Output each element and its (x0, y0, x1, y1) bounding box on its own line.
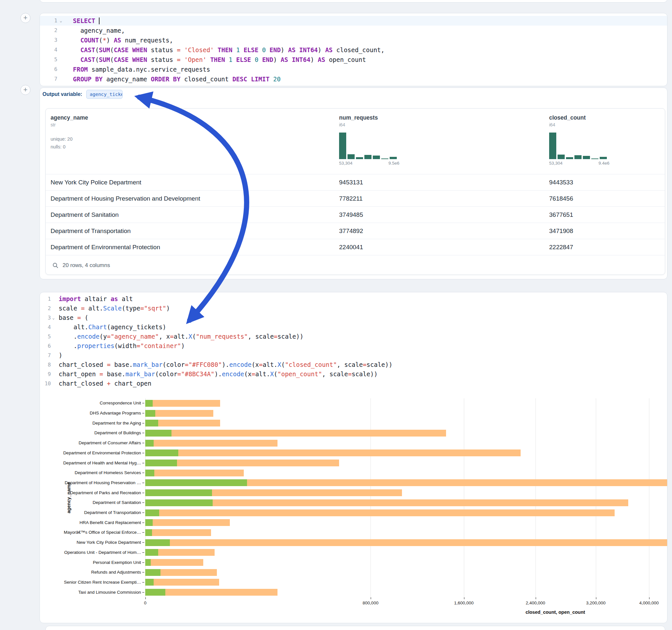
code-line[interactable]: 9chart_open = base.mark_bar(color="#8BC3… (40, 369, 667, 379)
column-name: num_requests (339, 114, 544, 121)
y-tick-mark (142, 512, 144, 513)
table-row[interactable]: Department of Sanitation37494853677651 (46, 207, 665, 223)
chevron-down-icon: ⌄ (51, 313, 56, 322)
bar-open-count (145, 489, 212, 496)
column-type: i64 (549, 122, 665, 127)
y-tick-mark (142, 523, 144, 523)
code-line[interactable]: 1import altair as alt (40, 294, 667, 304)
column-histogram (339, 132, 399, 159)
bar-closed-count (145, 529, 211, 536)
code-line[interactable]: 1⌄SELECT (40, 16, 667, 26)
code-line[interactable]: 10chart_closed + chart_open (40, 379, 667, 388)
bar-open-count (145, 519, 153, 526)
bar-open-count (145, 420, 158, 427)
code-text: SELECT (65, 16, 99, 26)
column-type: i64 (339, 122, 544, 127)
x-tick-label: 0 (123, 601, 168, 605)
bar-open-count (145, 549, 158, 556)
bar-closed-count (145, 559, 203, 566)
code-text: FROM sample_data.nyc.service_requests (65, 65, 210, 74)
code-text: COUNT(*) AS num_requests, (65, 35, 173, 45)
y-tick-mark (142, 453, 144, 453)
bar-open-count (145, 569, 161, 576)
column-header[interactable]: num_requestsi6453,3049.5e6 (334, 108, 544, 174)
code-text: alt.Chart(agency_tickets) (56, 322, 166, 332)
y-tick-mark (142, 502, 144, 503)
code-line[interactable]: 7) (40, 350, 667, 360)
y-axis-label: Correspondence Unit (40, 401, 141, 406)
code-line[interactable]: 8chart_closed = base.mark_bar(color="#FF… (40, 360, 667, 369)
x-tick-mark (535, 597, 536, 599)
fold-spacer (51, 332, 56, 341)
y-axis-label: Mayorâ€™s Office of Special Enforce… (40, 530, 141, 535)
sql-code-editor[interactable]: 1⌄SELECT 2 agency_name,3 COUNT(*) AS num… (40, 16, 667, 84)
code-text: CAST(SUM(CASE WHEN status = 'Closed' THE… (65, 45, 384, 55)
line-number: 10 (40, 379, 51, 388)
column-header[interactable]: closed_counti6453,3049.4e6 (544, 108, 665, 174)
python-code-editor[interactable]: 1import altair as alt2scale = alt.Scale(… (40, 294, 667, 388)
fold-spacer (51, 369, 56, 379)
bar-open-count (145, 430, 171, 437)
code-line[interactable]: 6FROM sample_data.nyc.service_requests (40, 65, 667, 74)
y-tick-mark (142, 552, 144, 553)
y-axis-label: Department of Parks and Recreation (40, 490, 141, 495)
y-tick-mark (142, 463, 144, 463)
line-number: 4 (40, 322, 51, 332)
code-line[interactable]: 3 COUNT(*) AS num_requests, (40, 35, 667, 45)
code-line[interactable]: 5 .encode(y="agency_name", x=alt.X("num_… (40, 332, 667, 341)
gridline (535, 398, 536, 597)
y-axis-label: Department of Health and Mental Hyg… (40, 461, 141, 466)
bar-open-count (145, 410, 155, 417)
histogram-range: 53,3049.4e6 (549, 161, 609, 166)
code-line[interactable]: 7GROUP BY agency_name ORDER BY closed_co… (40, 74, 667, 84)
gridline (596, 398, 596, 597)
line-number: 8 (40, 360, 51, 369)
add-cell-button[interactable]: + (20, 85, 30, 95)
line-number: 3 (40, 35, 57, 45)
code-line[interactable]: 2 agency_name, (40, 26, 667, 35)
search-icon[interactable] (52, 262, 59, 269)
code-line[interactable]: 4 alt.Chart(agency_tickets) (40, 322, 667, 332)
add-cell-button[interactable]: + (20, 13, 30, 23)
fold-spacer (51, 360, 56, 369)
code-text: scale = alt.Scale(type="sqrt") (56, 304, 170, 313)
code-line[interactable]: 3⌄base = ( (40, 313, 667, 322)
x-tick-mark (596, 597, 597, 599)
code-line[interactable]: 5 CAST(SUM(CASE WHEN status = 'Open' THE… (40, 55, 667, 65)
table-row[interactable]: Department of Transportation377489234719… (46, 223, 665, 239)
bar-closed-count (145, 500, 628, 506)
column-name: closed_count (549, 114, 665, 121)
code-line[interactable]: 2scale = alt.Scale(type="sqrt") (40, 304, 667, 313)
python-cell: 1import altair as alt2scale = alt.Scale(… (40, 292, 668, 623)
y-axis-label: Refunds and Adjustments (40, 570, 141, 575)
bar-open-count (145, 450, 178, 456)
code-line[interactable]: 6 .properties(width="container") (40, 341, 667, 350)
gridline (464, 398, 464, 597)
fold-spacer (57, 26, 65, 35)
y-tick-mark (142, 403, 144, 404)
code-line[interactable]: 4 CAST(SUM(CASE WHEN status = 'Closed' T… (40, 45, 667, 55)
bar-open-count (145, 509, 159, 516)
line-number: 3 (40, 313, 51, 322)
column-type: str (51, 122, 334, 127)
y-axis-label: Personal Exemption Unit (40, 560, 141, 565)
y-axis-label: Department of Housing Preservation … (40, 480, 141, 485)
y-tick-mark (142, 542, 144, 543)
table-row[interactable]: Department of Environmental Protection22… (46, 239, 665, 255)
table-row[interactable]: Department of Housing Preservation and D… (46, 190, 665, 207)
output-variable-chip[interactable]: agency_tickets (86, 90, 123, 99)
table-row[interactable]: New York City Police Department945313194… (46, 174, 665, 190)
bar-chart: agency_name closed_count, open_count 080… (40, 398, 667, 623)
y-tick-mark (142, 423, 144, 423)
code-text: .properties(width="container") (56, 341, 185, 350)
fold-spacer (51, 379, 56, 388)
x-tick-mark (145, 597, 146, 599)
line-number: 4 (40, 45, 57, 55)
column-header[interactable]: agency_namestrunique: 20nulls: 0 (46, 108, 334, 174)
x-tick-label: 1,600,000 (441, 601, 486, 605)
line-number: 6 (40, 65, 57, 74)
bar-closed-count (145, 430, 446, 437)
gridline (649, 398, 649, 597)
bar-closed-count (145, 579, 219, 586)
gridline (370, 398, 371, 597)
